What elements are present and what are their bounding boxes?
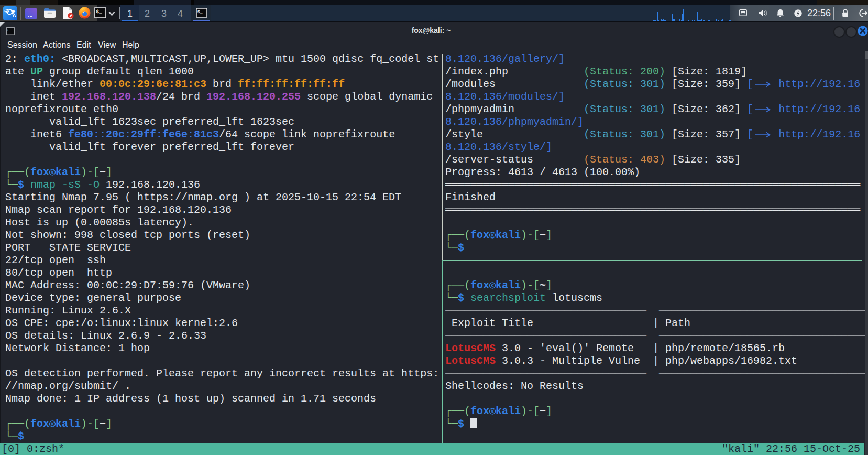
- svg-text:$_: $_: [197, 9, 203, 14]
- svg-text:$_: $_: [96, 9, 102, 15]
